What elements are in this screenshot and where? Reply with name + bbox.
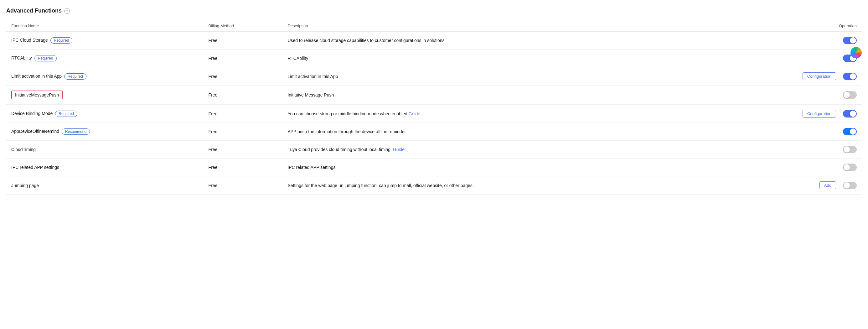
operation-cell [719, 32, 862, 50]
table-row: InitiativeMessagePushFreeInitiative Mess… [6, 86, 862, 104]
ops-container [724, 146, 857, 153]
table-row: AppDeviceOffineRemindRecommendFreeAPP pu… [6, 123, 862, 141]
description-cell: Tuya Cloud provides cloud timing without… [282, 141, 719, 158]
toggle-slider [843, 91, 857, 99]
description-cell: Used to release cloud storage capabiliti… [282, 32, 719, 50]
table-row: Jumping pageFreeSettings for the web pag… [6, 176, 862, 195]
toggle-initiative-message-push[interactable] [843, 91, 857, 99]
ops-container: Configuration [724, 110, 857, 118]
function-badge: Recommend [62, 128, 90, 135]
function-name-cell: CloudTiming [6, 141, 204, 158]
function-name: RTCAbility [11, 56, 32, 60]
billing-method-cell: Free [204, 32, 283, 50]
billing-method-cell: Free [204, 158, 283, 176]
description-link[interactable]: Guide [392, 147, 405, 152]
operation-cell [719, 86, 862, 104]
toggle-ipc-related-app-settings[interactable] [843, 163, 857, 171]
toggle-cloud-timing[interactable] [843, 146, 857, 153]
table-row: RTCAbilityRequiredFreeRTCAbility [6, 50, 862, 67]
operation-cell [719, 50, 862, 67]
billing-method-cell: Free [204, 123, 283, 141]
toggle-ipc-cloud-storage[interactable] [843, 37, 857, 44]
function-name: Limit activation in this App [11, 73, 62, 79]
billing-method-cell: Free [204, 50, 283, 67]
toggle-slider [843, 163, 857, 171]
operation-cell: Add [719, 176, 862, 195]
help-icon[interactable]: ? [64, 8, 70, 14]
function-badge: Required [64, 73, 86, 80]
toggle-limit-activation[interactable] [843, 73, 857, 80]
function-badge: Required [34, 55, 57, 61]
table-row: CloudTimingFreeTuya Cloud provides cloud… [6, 141, 862, 158]
function-name: IPC Cloud Storage [11, 38, 48, 42]
ops-container: Add [724, 181, 857, 189]
billing-method-cell: Free [204, 104, 283, 123]
ops-container [724, 128, 857, 136]
toggle-device-binding-mode[interactable] [843, 110, 857, 118]
function-badge: Required [55, 111, 78, 117]
operation-cell: Configuration [719, 67, 862, 86]
description-cell: RTCAbility [282, 50, 719, 67]
function-name-cell: Device Binding ModeRequired [6, 104, 204, 123]
col-function-name: Function Name [6, 20, 204, 32]
operation-cell [719, 141, 862, 158]
description-link[interactable]: Guide [407, 111, 420, 116]
operation-cell [719, 158, 862, 176]
operation-cell [719, 123, 862, 141]
ops-container: Configuration [724, 72, 857, 80]
col-description: Description [282, 20, 719, 32]
billing-method-cell: Free [204, 86, 283, 104]
function-name: Jumping page [11, 183, 39, 188]
billing-method-cell: Free [204, 67, 283, 86]
function-name-cell: InitiativeMessagePush [6, 86, 204, 104]
ops-container [724, 91, 857, 99]
toggle-slider [843, 73, 857, 80]
page-title: Advanced Functions ? [6, 7, 862, 14]
function-badge: Required [51, 37, 73, 43]
billing-method-cell: Free [204, 176, 283, 195]
table-row: Limit activation in this AppRequiredFree… [6, 67, 862, 86]
configuration-button[interactable]: Configuration [803, 72, 836, 80]
ops-container [724, 163, 857, 171]
table-row: IPC Cloud StorageRequiredFreeUsed to rel… [6, 32, 862, 50]
advanced-functions-table: Function Name Billing Method Description… [6, 20, 862, 195]
function-name: AppDeviceOffineRemind [11, 129, 59, 134]
col-operation: Operation [719, 20, 862, 32]
function-name: CloudTiming [11, 147, 36, 152]
table-row: Device Binding ModeRequiredFreeYou can c… [6, 104, 862, 123]
function-name-cell: Jumping page [6, 176, 204, 195]
description-cell: Settings for the web page url jumping fu… [282, 176, 719, 195]
toggle-app-device-offline-remind[interactable] [843, 128, 857, 136]
description-cell: Limit activation in this App [282, 67, 719, 86]
gradient-icon [850, 47, 862, 58]
operation-cell: Configuration [719, 104, 862, 123]
table-header-row: Function Name Billing Method Description… [6, 20, 862, 32]
description-cell: You can choose strong or middle binding … [282, 104, 719, 123]
col-billing-method: Billing Method [204, 20, 283, 32]
function-name-cell: AppDeviceOffineRemindRecommend [6, 123, 204, 141]
add-button[interactable]: Add [819, 181, 836, 189]
toggle-slider [843, 110, 857, 118]
function-name-cell: Limit activation in this AppRequired [6, 67, 204, 86]
function-name-highlighted: InitiativeMessagePush [11, 91, 63, 99]
function-name-cell: RTCAbilityRequired [6, 50, 204, 67]
function-name-cell: IPC related APP settings [6, 158, 204, 176]
configuration-button[interactable]: Configuration [803, 110, 836, 118]
description-cell: IPC related APP settings [282, 158, 719, 176]
ops-container [724, 55, 857, 62]
toggle-slider [843, 128, 857, 136]
toggle-slider [843, 37, 857, 44]
function-name: Device Binding Mode [11, 111, 53, 116]
table-row: IPC related APP settingsFreeIPC related … [6, 158, 862, 176]
billing-method-cell: Free [204, 141, 283, 158]
function-name-cell: IPC Cloud StorageRequired [6, 32, 204, 50]
toggle-jumping-page[interactable] [843, 182, 857, 189]
toggle-slider [843, 182, 857, 189]
ops-container [724, 37, 857, 44]
function-name: IPC related APP settings [11, 165, 59, 170]
description-cell: Initiative Message Push [282, 86, 719, 104]
toggle-slider [843, 146, 857, 153]
description-cell: APP push the information through the dev… [282, 123, 719, 141]
